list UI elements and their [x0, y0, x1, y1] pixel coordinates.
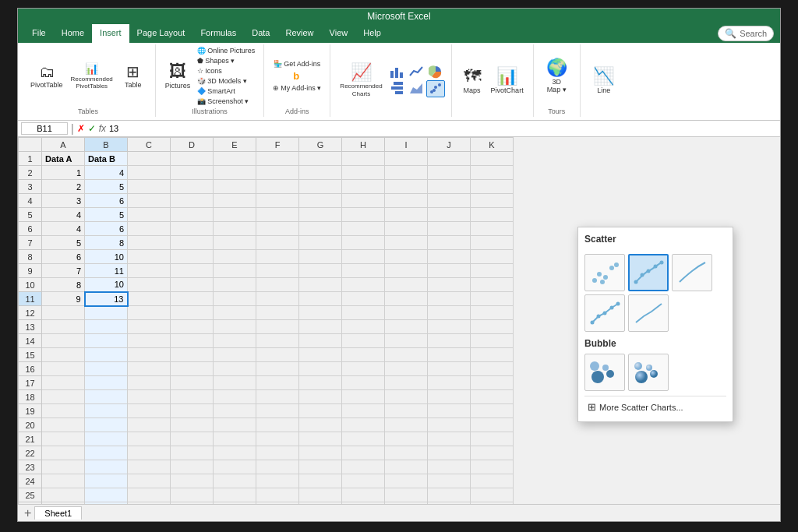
3d-map-button[interactable]: 🌍 3DMap ▾: [541, 58, 572, 95]
cell-r10-c10[interactable]: [471, 278, 514, 292]
cell-r10-c5[interactable]: [256, 278, 299, 292]
cell-r6-c9[interactable]: [428, 222, 471, 236]
formula-input[interactable]: [109, 124, 777, 133]
cell-r14-c0[interactable]: [42, 334, 85, 348]
cell-r13-c4[interactable]: [214, 320, 256, 334]
cell-r19-c1[interactable]: [85, 404, 128, 418]
col-header-J[interactable]: J: [428, 138, 471, 152]
cell-r23-c4[interactable]: [214, 460, 256, 474]
cell-r14-c3[interactable]: [171, 334, 214, 348]
cell-r16-c6[interactable]: [299, 362, 342, 376]
cell-r6-c6[interactable]: [299, 222, 342, 236]
col-header-K[interactable]: K: [471, 138, 514, 152]
cell-r5-c10[interactable]: [471, 208, 514, 222]
cell-r23-c1[interactable]: [85, 460, 128, 474]
cell-r18-c2[interactable]: [128, 390, 171, 404]
cell-r7-c6[interactable]: [299, 236, 342, 250]
tab-help[interactable]: Help: [355, 24, 389, 43]
cell-r3-c7[interactable]: [342, 180, 385, 194]
cell-r4-c6[interactable]: [299, 194, 342, 208]
cell-r11-c4[interactable]: [214, 292, 256, 306]
cell-r25-c3[interactable]: [171, 488, 214, 502]
row-header-2[interactable]: 2: [19, 166, 42, 180]
cell-r24-c9[interactable]: [428, 474, 471, 488]
col-header-E[interactable]: E: [214, 138, 256, 152]
cell-r1-c10[interactable]: [471, 152, 514, 166]
cell-r14-c1[interactable]: [85, 334, 128, 348]
formula-check-btn[interactable]: ✓: [88, 123, 96, 134]
cell-r11-c1[interactable]: 13: [85, 292, 128, 306]
cell-r16-c0[interactable]: [42, 362, 85, 376]
cell-r26-c10[interactable]: [471, 502, 514, 505]
cell-r3-c5[interactable]: [256, 180, 299, 194]
cell-r23-c5[interactable]: [256, 460, 299, 474]
cell-r26-c6[interactable]: [299, 502, 342, 505]
cell-r17-c1[interactable]: [85, 376, 128, 390]
row-header-25[interactable]: 25: [19, 488, 42, 502]
cell-r5-c0[interactable]: 4: [42, 208, 85, 222]
cell-r25-c0[interactable]: [42, 488, 85, 502]
cell-r18-c10[interactable]: [471, 390, 514, 404]
cell-r20-c5[interactable]: [256, 418, 299, 432]
cell-r15-c8[interactable]: [385, 348, 428, 362]
row-header-4[interactable]: 4: [19, 194, 42, 208]
row-header-1[interactable]: 1: [19, 152, 42, 166]
cell-r3-c2[interactable]: [128, 180, 171, 194]
cell-r2-c4[interactable]: [214, 166, 256, 180]
cell-r16-c10[interactable]: [471, 362, 514, 376]
cell-r3-c4[interactable]: [214, 180, 256, 194]
cell-reference-box[interactable]: B11: [21, 122, 68, 135]
cell-r12-c0[interactable]: [42, 306, 85, 320]
cell-r12-c1[interactable]: [85, 306, 128, 320]
cell-r15-c5[interactable]: [256, 348, 299, 362]
cell-r17-c5[interactable]: [256, 376, 299, 390]
cell-r21-c10[interactable]: [471, 432, 514, 446]
cell-r8-c0[interactable]: 6: [42, 250, 85, 264]
cell-r13-c1[interactable]: [85, 320, 128, 334]
cell-r18-c4[interactable]: [214, 390, 256, 404]
tab-file[interactable]: File: [24, 24, 54, 43]
cell-r8-c2[interactable]: [128, 250, 171, 264]
cell-r18-c6[interactable]: [299, 390, 342, 404]
cell-r15-c7[interactable]: [342, 348, 385, 362]
cell-r5-c1[interactable]: 5: [85, 208, 128, 222]
cell-r1-c8[interactable]: [385, 152, 428, 166]
cell-r4-c0[interactable]: 3: [42, 194, 85, 208]
cell-r7-c9[interactable]: [428, 236, 471, 250]
cell-r22-c0[interactable]: [42, 446, 85, 460]
icons-button[interactable]: ☆ Icons: [195, 66, 257, 76]
cell-r12-c9[interactable]: [428, 306, 471, 320]
line-chart-button[interactable]: [407, 64, 425, 79]
cell-r25-c8[interactable]: [385, 488, 428, 502]
cell-r4-c10[interactable]: [471, 194, 514, 208]
cell-r6-c7[interactable]: [342, 222, 385, 236]
cell-r9-c7[interactable]: [342, 264, 385, 278]
tab-view[interactable]: View: [322, 24, 356, 43]
cell-r7-c1[interactable]: 8: [85, 236, 128, 250]
cell-r14-c9[interactable]: [428, 334, 471, 348]
cell-r7-c8[interactable]: [385, 236, 428, 250]
cell-r1-c9[interactable]: [428, 152, 471, 166]
cell-r14-c7[interactable]: [342, 334, 385, 348]
add-sheet-btn[interactable]: +: [21, 506, 34, 520]
cell-r13-c7[interactable]: [342, 320, 385, 334]
cell-r6-c2[interactable]: [128, 222, 171, 236]
cell-r21-c4[interactable]: [214, 432, 256, 446]
cell-r15-c6[interactable]: [299, 348, 342, 362]
cell-r8-c8[interactable]: [385, 250, 428, 264]
bing-button[interactable]: b: [291, 69, 303, 83]
cell-r16-c1[interactable]: [85, 362, 128, 376]
cell-r16-c4[interactable]: [214, 362, 256, 376]
cell-r22-c4[interactable]: [214, 446, 256, 460]
cell-r26-c9[interactable]: [428, 502, 471, 505]
my-addins-button[interactable]: ⊕ My Add-ins ▾: [270, 83, 323, 93]
cell-r25-c4[interactable]: [214, 488, 256, 502]
cell-r24-c5[interactable]: [256, 474, 299, 488]
scatter-straight-lines-btn[interactable]: [628, 294, 669, 332]
cell-r24-c10[interactable]: [471, 474, 514, 488]
formula-x-btn[interactable]: ✗: [77, 123, 85, 134]
cell-r2-c8[interactable]: [385, 166, 428, 180]
cell-r17-c4[interactable]: [214, 376, 256, 390]
cell-r25-c9[interactable]: [428, 488, 471, 502]
row-header-19[interactable]: 19: [19, 404, 42, 418]
